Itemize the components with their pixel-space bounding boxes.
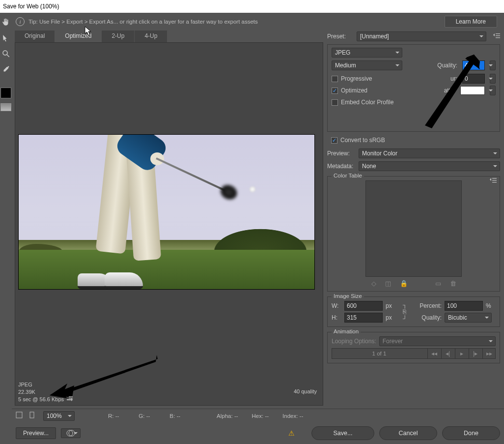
progressive-label: Progressive xyxy=(341,75,372,82)
px-label-2: px xyxy=(386,314,396,321)
animation-page: 1 of 1 xyxy=(332,351,426,356)
anim-next-icon: |▸ xyxy=(469,349,481,358)
eyedropper-tool-icon[interactable] xyxy=(0,64,12,75)
preview-tabs: Original Optimized 2-Up 4-Up xyxy=(15,30,323,42)
svg-line-1 xyxy=(7,55,9,57)
color-table-title: Color Table xyxy=(332,173,364,178)
eyedropper-color-swatch[interactable] xyxy=(0,88,11,98)
svg-rect-14 xyxy=(492,180,497,180)
blur-input[interactable] xyxy=(462,74,485,84)
embed-profile-label: Embed Color Profile xyxy=(341,99,393,106)
width-input[interactable] xyxy=(344,301,383,311)
svg-rect-13 xyxy=(492,178,497,178)
preview-mode-select[interactable]: Monitor Color xyxy=(359,148,500,158)
svg-rect-7 xyxy=(496,33,500,34)
zoom-tool-icon[interactable] xyxy=(0,48,12,59)
convert-srgb-checkbox[interactable] xyxy=(331,137,337,144)
toggle-slices-visibility-icon[interactable] xyxy=(0,103,11,111)
color-table-menu-icon[interactable] xyxy=(490,178,497,185)
dialog-buttons: Preview... ⚠ Save... Cancel Done xyxy=(12,422,504,444)
preview-info-menu-icon[interactable] xyxy=(67,396,74,403)
quality-input[interactable] xyxy=(462,60,485,70)
readout-g: G: -- xyxy=(139,413,150,419)
ct-shift-icon[interactable]: ◫ xyxy=(385,280,391,287)
readout-hex: Hex: -- xyxy=(252,413,269,419)
quality-label: Quality: xyxy=(437,62,457,69)
ct-snap-icon[interactable]: ◇ xyxy=(371,280,376,287)
tip-bar: i Tip: Use File > Export > Export As... … xyxy=(12,15,501,29)
progressive-checkbox[interactable] xyxy=(332,76,338,82)
color-table-grid xyxy=(365,180,462,277)
looping-select: Forever xyxy=(379,336,496,346)
readout-index: Index: -- xyxy=(282,413,303,419)
animation-controls: 1 of 1 ◂◂ ◂| ▸ |▸ ▸▸ xyxy=(332,348,496,359)
warning-icon[interactable]: ⚠ xyxy=(288,429,295,437)
tab-optimized[interactable]: Optimized xyxy=(55,30,102,42)
format-select[interactable]: JPEG xyxy=(332,48,402,58)
cancel-button[interactable]: Cancel xyxy=(379,426,437,440)
anim-last-icon: ▸▸ xyxy=(482,349,495,358)
svg-rect-17 xyxy=(30,412,34,418)
ct-trash-icon[interactable]: 🗑 xyxy=(450,280,456,287)
preview-mode-label: Preview: xyxy=(327,150,356,157)
percent-label: Percent: xyxy=(413,302,442,309)
done-button[interactable]: Done xyxy=(442,426,500,440)
tab-4up[interactable]: 4-Up xyxy=(135,30,168,42)
readout-r: R: -- xyxy=(108,413,119,419)
zoom-select[interactable]: 100% xyxy=(43,411,75,421)
link-dimensions-icon[interactable]: ┐⎘┘ xyxy=(399,301,410,322)
percent-input[interactable] xyxy=(445,301,483,311)
svg-rect-4 xyxy=(69,396,73,397)
tool-palette xyxy=(0,13,12,444)
px-label-1: px xyxy=(386,302,396,309)
matte-dropdown[interactable] xyxy=(490,86,496,95)
preset-select[interactable]: [Unnamed] xyxy=(357,31,486,41)
blur-dropdown[interactable] xyxy=(490,74,496,84)
optimized-label: Optimized xyxy=(341,87,367,94)
resample-select[interactable]: Bicubic xyxy=(445,313,492,323)
status-bar: 100% R: -- G: -- B: -- Alpha: -- Hex: --… xyxy=(12,409,504,422)
readout-b: B: -- xyxy=(169,413,180,419)
ct-lock-icon[interactable]: 🔒 xyxy=(400,280,408,287)
browser-preview-select[interactable] xyxy=(61,428,81,438)
optimize-menu-icon[interactable] xyxy=(493,33,500,40)
save-button[interactable]: Save... xyxy=(311,426,374,440)
quality-dropdown[interactable] xyxy=(490,60,496,70)
crop-to-selection-icon[interactable] xyxy=(16,412,23,420)
readout-alpha: Alpha: -- xyxy=(217,413,238,419)
convert-srgb-label: Convert to sRGB xyxy=(340,137,385,144)
svg-point-0 xyxy=(3,51,7,55)
svg-rect-16 xyxy=(16,412,22,418)
preview-area[interactable]: JPEG 22.39K 5 sec @ 56.6 Kbps 40 quality xyxy=(15,42,323,406)
matte-swatch[interactable] xyxy=(460,86,485,95)
svg-rect-5 xyxy=(69,398,73,398)
settings-panel: Preset: [Unnamed] JPEG Medium Quality: xyxy=(327,30,500,406)
slice-select-tool-icon[interactable] xyxy=(0,32,12,43)
metadata-select[interactable]: None xyxy=(359,161,500,171)
blur-label: ur: xyxy=(450,75,457,82)
device-preview-icon[interactable] xyxy=(29,412,36,420)
resample-quality-label: Quality: xyxy=(413,314,442,321)
optimized-checkbox[interactable] xyxy=(332,88,338,94)
embed-profile-checkbox[interactable] xyxy=(332,99,338,106)
ct-new-icon[interactable]: ▭ xyxy=(435,280,441,287)
tab-2up[interactable]: 2-Up xyxy=(102,30,135,42)
info-quality: 40 quality xyxy=(294,388,317,395)
hand-tool-icon[interactable] xyxy=(0,17,12,28)
tab-original[interactable]: Original xyxy=(15,30,55,42)
info-filesize: 22.39K xyxy=(18,388,320,396)
image-canvas xyxy=(18,134,315,290)
svg-rect-15 xyxy=(492,182,497,182)
svg-rect-6 xyxy=(69,399,73,400)
window-title: Save for Web (100%) xyxy=(3,3,59,10)
svg-rect-8 xyxy=(496,35,500,36)
height-input[interactable] xyxy=(344,313,383,323)
anim-first-icon: ◂◂ xyxy=(427,349,440,358)
preview-button[interactable]: Preview... xyxy=(16,427,56,439)
image-size-title: Image Size xyxy=(332,293,364,299)
quality-preset-select[interactable]: Medium xyxy=(332,60,402,70)
percent-symbol: % xyxy=(486,302,496,309)
info-download-time: 5 sec @ 56.6 Kbps xyxy=(18,396,64,403)
preview-file-info: JPEG 22.39K 5 sec @ 56.6 Kbps 40 quality xyxy=(18,381,320,403)
learn-more-button[interactable]: Learn More xyxy=(445,16,497,28)
